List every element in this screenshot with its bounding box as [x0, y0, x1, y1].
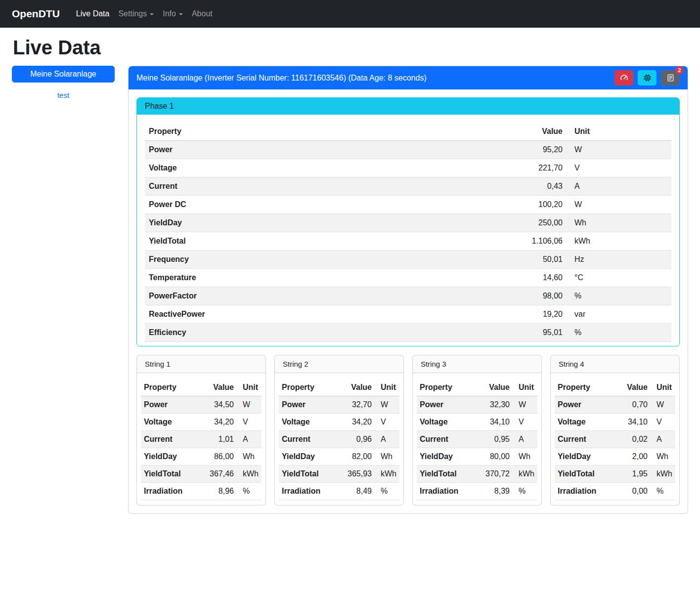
prop-cell: ReactivePower: [145, 305, 502, 324]
string-card-body: Property Value Unit Power32,30WVoltage34…: [413, 373, 541, 505]
value-cell: 32,70: [344, 396, 375, 414]
phase-card: Phase 1 Property Value Unit Power95,20WV…: [136, 97, 680, 346]
nav-settings-dropdown[interactable]: Settings: [114, 5, 158, 22]
value-cell: 370,72: [482, 466, 513, 483]
prop-cell: Voltage: [141, 414, 206, 431]
column-unit: Unit: [375, 379, 399, 396]
unit-cell: kWh: [651, 466, 675, 483]
unit-cell: V: [375, 414, 399, 431]
prop-cell: YieldDay: [555, 448, 620, 466]
table-row: Power32,30W: [417, 396, 537, 414]
top-navbar: OpenDTU Live Data Settings Info About: [0, 0, 700, 28]
prop-cell: Irradiation: [555, 483, 620, 500]
prop-cell: YieldDay: [145, 214, 502, 232]
table-header-row: Property Value Unit: [279, 379, 399, 396]
unit-cell: kWh: [513, 466, 537, 483]
table-row: YieldDay86,00Wh: [141, 448, 262, 466]
column-value: Value: [482, 379, 513, 396]
limit-settings-button[interactable]: [614, 70, 633, 85]
value-cell: 8,39: [482, 483, 513, 500]
unit-cell: W: [375, 396, 399, 414]
value-cell: 0,70: [620, 396, 651, 414]
table-row: Efficiency95,01%: [145, 324, 671, 342]
prop-cell: Irradiation: [417, 483, 482, 500]
prop-cell: Power: [417, 396, 482, 414]
table-row: Current0,95A: [417, 431, 537, 448]
table-row: Power0,70W: [555, 396, 675, 414]
column-unit: Unit: [237, 379, 262, 396]
string-table: Property Value Unit Power32,30WVoltage34…: [417, 379, 537, 500]
inverter-sidebar: Meine Solaranlage test: [12, 66, 115, 99]
brand-opendtu[interactable]: OpenDTU: [6, 8, 66, 20]
device-events-button[interactable]: 2: [661, 70, 680, 85]
value-cell: 367,46: [206, 466, 237, 483]
table-row: Current0,43A: [145, 177, 671, 196]
prop-cell: Efficiency: [145, 324, 502, 342]
list-icon: [666, 74, 675, 82]
table-row: Voltage221,70V: [145, 159, 671, 177]
inverter-link-test[interactable]: test: [12, 91, 115, 99]
table-row: YieldTotal1,95kWh: [555, 466, 675, 483]
prop-cell: Current: [141, 431, 206, 448]
inverter-select-button[interactable]: Meine Solaranlage: [12, 66, 115, 83]
power-settings-button[interactable]: [638, 70, 656, 85]
value-cell: 32,30: [482, 396, 513, 414]
string-card-title: String 4: [551, 355, 679, 373]
prop-cell: Irradiation: [279, 483, 344, 500]
string-table-body: Power34,50WVoltage34,20VCurrent1,01AYiel…: [141, 396, 262, 500]
prop-cell: Power: [555, 396, 620, 414]
inverter-card-body: Phase 1 Property Value Unit Power95,20WV…: [129, 89, 688, 513]
table-header-row: Property Value Unit: [141, 379, 262, 396]
string-card-2: String 2 Property Value Unit Power32,70W…: [274, 355, 404, 506]
nav-live-data[interactable]: Live Data: [72, 5, 114, 22]
inverter-card: Meine Solaranlage (Inverter Serial Numbe…: [128, 66, 688, 514]
table-row: YieldDay82,00Wh: [279, 448, 399, 466]
nav-info-dropdown[interactable]: Info: [158, 5, 187, 22]
column-unit: Unit: [513, 379, 537, 396]
value-cell: 0,02: [620, 431, 651, 448]
unit-cell: V: [513, 414, 537, 431]
table-row: Irradiation8,39%: [417, 483, 537, 500]
table-row: Power DC100,20W: [145, 196, 671, 214]
value-cell: 98,00: [502, 287, 567, 305]
table-row: YieldDay2,00Wh: [555, 448, 675, 466]
value-cell: 34,10: [482, 414, 513, 431]
unit-cell: A: [567, 177, 671, 196]
column-value: Value: [502, 123, 567, 141]
cpu-icon: [643, 74, 652, 82]
unit-cell: V: [567, 159, 671, 177]
table-row: Power34,50W: [141, 396, 262, 414]
unit-cell: Wh: [375, 448, 399, 466]
value-cell: 8,49: [344, 483, 375, 500]
column-property: Property: [145, 123, 502, 141]
table-row: Power32,70W: [279, 396, 399, 414]
phase-table: Property Value Unit Power95,20WVoltage22…: [145, 123, 671, 342]
prop-cell: YieldTotal: [417, 466, 482, 483]
string-table-body: Power32,30WVoltage34,10VCurrent0,95AYiel…: [417, 396, 537, 500]
string-table: Property Value Unit Power32,70WVoltage34…: [279, 379, 399, 500]
unit-cell: W: [567, 141, 671, 159]
prop-cell: YieldDay: [279, 448, 344, 466]
prop-cell: Current: [279, 431, 344, 448]
table-row: Frequency50,01Hz: [145, 251, 671, 269]
value-cell: 100,20: [502, 196, 567, 214]
table-row: Irradiation8,49%: [279, 483, 399, 500]
event-count-badge: 2: [675, 66, 684, 75]
unit-cell: %: [375, 483, 399, 500]
table-row: Voltage34,10V: [555, 414, 675, 431]
string-card-body: Property Value Unit Power32,70WVoltage34…: [275, 373, 403, 505]
prop-cell: Current: [145, 177, 502, 196]
string-card-title: String 1: [137, 355, 265, 373]
string-table-body: Power32,70WVoltage34,20VCurrent0,96AYiel…: [279, 396, 399, 500]
nav-about[interactable]: About: [187, 5, 217, 22]
unit-cell: V: [651, 414, 675, 431]
value-cell: 95,01: [502, 324, 567, 342]
value-cell: 34,20: [206, 414, 237, 431]
prop-cell: Current: [417, 431, 482, 448]
value-cell: 50,01: [502, 251, 567, 269]
inverter-card-actions: 2: [614, 70, 680, 85]
nav-settings-label: Settings: [118, 9, 147, 18]
table-row: YieldTotal367,46kWh: [141, 466, 262, 483]
string-card-1: String 1 Property Value Unit Power34,50W…: [136, 355, 266, 506]
string-card-title: String 2: [275, 355, 403, 373]
